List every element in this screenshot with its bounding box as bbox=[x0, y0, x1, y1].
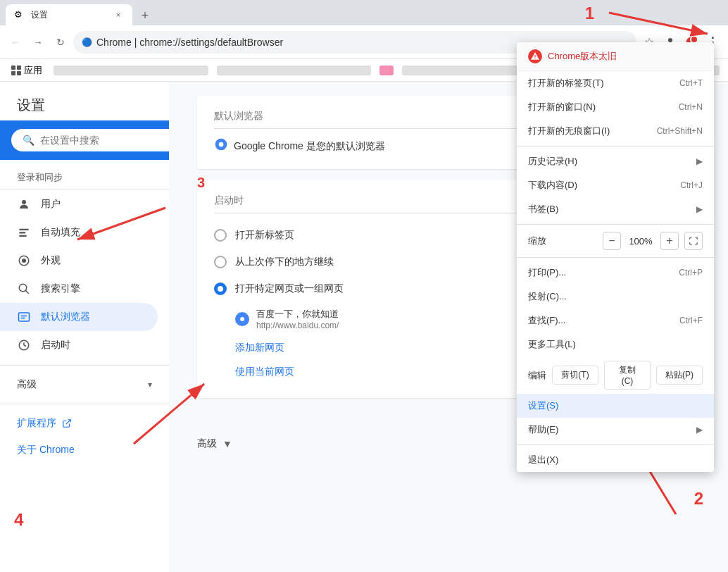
menu-item-downloads[interactable]: 下载内容(D) Ctrl+J bbox=[517, 173, 714, 197]
active-tab[interactable]: ⚙ 设置 × bbox=[6, 4, 132, 25]
menu-item-more-tools[interactable]: 更多工具(L) bbox=[517, 332, 714, 356]
advanced-label: 高级 bbox=[17, 378, 37, 391]
menu-item-help[interactable]: 帮助(E) ▶ bbox=[517, 418, 714, 442]
menu-item-bookmarks[interactable]: 书签(B) ▶ bbox=[517, 197, 714, 221]
apps-dot bbox=[17, 66, 21, 70]
sidebar-about[interactable]: 关于 Chrome bbox=[0, 437, 169, 464]
tab-favicon: ⚙ bbox=[14, 9, 25, 20]
sidebar-item-default-browser[interactable]: 默认浏览器 bbox=[0, 303, 158, 331]
sidebar-advanced[interactable]: 高级 ▾ bbox=[0, 371, 169, 398]
bookmark-placeholder-2 bbox=[217, 66, 372, 75]
apps-shortcut[interactable]: 应用 bbox=[6, 61, 48, 80]
bookmarks-arrow-icon: ▶ bbox=[696, 204, 703, 214]
apps-dot bbox=[17, 71, 21, 75]
menu-item-print-label: 打印(P)... bbox=[528, 266, 679, 279]
cut-button[interactable]: 剪切(T) bbox=[552, 366, 598, 385]
apps-icon bbox=[11, 66, 21, 75]
menu-item-print[interactable]: 打印(P)... Ctrl+P bbox=[517, 261, 714, 285]
apps-label: 应用 bbox=[24, 64, 42, 77]
sidebar-divider-1 bbox=[0, 365, 169, 366]
tab-title: 设置 bbox=[31, 9, 107, 21]
sidebar-label-startup: 启动时 bbox=[41, 339, 70, 352]
search-engine-icon bbox=[17, 282, 31, 296]
menu-item-cast[interactable]: 投射(C)... bbox=[517, 285, 714, 309]
radio-continue[interactable] bbox=[214, 256, 227, 268]
menu-divider-2 bbox=[517, 224, 714, 225]
zoom-controls: − 100% + bbox=[603, 232, 703, 250]
update-warning-icon bbox=[528, 49, 542, 63]
about-label: 关于 Chrome bbox=[17, 444, 75, 456]
radio-new-tab[interactable] bbox=[214, 229, 227, 242]
back-button[interactable]: ← bbox=[6, 32, 25, 52]
sidebar-item-search[interactable]: 搜索引擎 bbox=[0, 275, 158, 303]
menu-item-new-window[interactable]: 打开新的窗口(N) Ctrl+N bbox=[517, 95, 714, 119]
sidebar-title: 设置 bbox=[0, 87, 169, 120]
search-icon: 🔍 bbox=[23, 135, 34, 146]
menu-item-history[interactable]: 历史记录(H) ▶ bbox=[517, 149, 714, 173]
sidebar-extensions[interactable]: 扩展程序 bbox=[0, 410, 169, 437]
search-box[interactable]: 🔍 bbox=[11, 129, 169, 151]
sidebar-item-appearance[interactable]: 外观 bbox=[0, 247, 158, 275]
sidebar-item-user[interactable]: 用户 bbox=[0, 190, 158, 218]
bookmark-placeholder-1 bbox=[54, 66, 208, 75]
tab-close-button[interactable]: × bbox=[113, 9, 124, 20]
startup-new-tab-label: 打开新标签页 bbox=[235, 229, 294, 242]
svg-line-17 bbox=[66, 420, 70, 424]
radio-specific[interactable] bbox=[214, 282, 227, 295]
menu-item-new-window-shortcut: Ctrl+N bbox=[679, 102, 703, 112]
extensions-label: 扩展程序 bbox=[17, 417, 56, 430]
menu-header-text: Chrome版本太旧 bbox=[548, 50, 617, 63]
menu-item-exit[interactable]: 退出(X) bbox=[517, 448, 714, 472]
copy-button[interactable]: 复制(C) bbox=[604, 361, 651, 390]
menu-item-print-shortcut: Ctrl+P bbox=[679, 268, 703, 278]
menu-item-new-tab-shortcut: Ctrl+T bbox=[679, 78, 703, 88]
zoom-plus-button[interactable]: + bbox=[660, 232, 679, 250]
svg-rect-4 bbox=[19, 229, 29, 230]
svg-rect-12 bbox=[21, 316, 27, 317]
menu-item-settings[interactable]: 设置(S) bbox=[517, 394, 714, 418]
edit-label: 编辑 bbox=[528, 369, 546, 382]
zoom-fullscreen-button[interactable] bbox=[684, 232, 703, 250]
chrome-logo-icon bbox=[214, 137, 228, 155]
reload-button[interactable]: ↻ bbox=[51, 32, 70, 52]
menu-item-exit-label: 退出(X) bbox=[528, 454, 703, 466]
autofill-icon bbox=[17, 225, 31, 240]
menu-item-new-window-label: 打开新的窗口(N) bbox=[528, 101, 679, 113]
help-arrow-icon: ▶ bbox=[696, 425, 703, 435]
appearance-icon bbox=[17, 254, 31, 268]
sidebar-item-startup[interactable]: 启动时 bbox=[0, 331, 158, 359]
menu-item-incognito-shortcut: Ctrl+Shift+N bbox=[657, 126, 703, 136]
startup-specific-label: 打开特定网页或一组网页 bbox=[235, 282, 344, 295]
edit-row: 编辑 剪切(T) 复制(C) 粘贴(P) bbox=[517, 356, 714, 394]
default-browser-status-text: Google Chrome 是您的默认浏览器 bbox=[234, 140, 385, 153]
tab-bar: ⚙ 设置 × + bbox=[0, 0, 728, 25]
menu-item-find[interactable]: 查找(F)... Ctrl+F bbox=[517, 309, 714, 332]
zoom-minus-button[interactable]: − bbox=[603, 232, 621, 250]
search-input[interactable] bbox=[40, 135, 169, 146]
settings-search-bar: 🔍 bbox=[0, 120, 169, 160]
sidebar: 设置 🔍 登录和同步 用户 自动填充 bbox=[0, 82, 169, 572]
svg-rect-13 bbox=[21, 318, 25, 319]
svg-rect-6 bbox=[19, 235, 27, 237]
paste-button[interactable]: 粘贴(P) bbox=[656, 366, 703, 385]
baidu-favicon bbox=[235, 312, 249, 326]
zoom-label: 缩放 bbox=[528, 235, 546, 247]
advanced-arrow-icon: ▾ bbox=[148, 380, 152, 390]
new-tab-button[interactable]: + bbox=[135, 6, 155, 25]
spacer bbox=[0, 160, 169, 166]
menu-item-incognito[interactable]: 打开新的无痕窗口(I) Ctrl+Shift+N bbox=[517, 119, 714, 143]
bookmark-placeholder-3 bbox=[379, 66, 394, 75]
sidebar-label-appearance: 外观 bbox=[41, 254, 61, 267]
sidebar-divider-2 bbox=[0, 404, 169, 404]
sidebar-label-autofill: 自动填充 bbox=[41, 226, 80, 239]
menu-divider-3 bbox=[517, 257, 714, 258]
menu-item-new-tab[interactable]: 打开新的标签页(T) Ctrl+T bbox=[517, 71, 714, 95]
svg-line-16 bbox=[24, 345, 26, 347]
advanced-dropdown-icon: ▼ bbox=[222, 438, 232, 449]
sidebar-item-autofill[interactable]: 自动填充 bbox=[0, 218, 158, 247]
address-secure-icon: 🔵 bbox=[82, 37, 92, 47]
svg-rect-5 bbox=[19, 232, 25, 233]
apps-dot bbox=[11, 66, 15, 70]
svg-rect-11 bbox=[19, 313, 30, 321]
forward-button[interactable]: → bbox=[28, 32, 48, 52]
